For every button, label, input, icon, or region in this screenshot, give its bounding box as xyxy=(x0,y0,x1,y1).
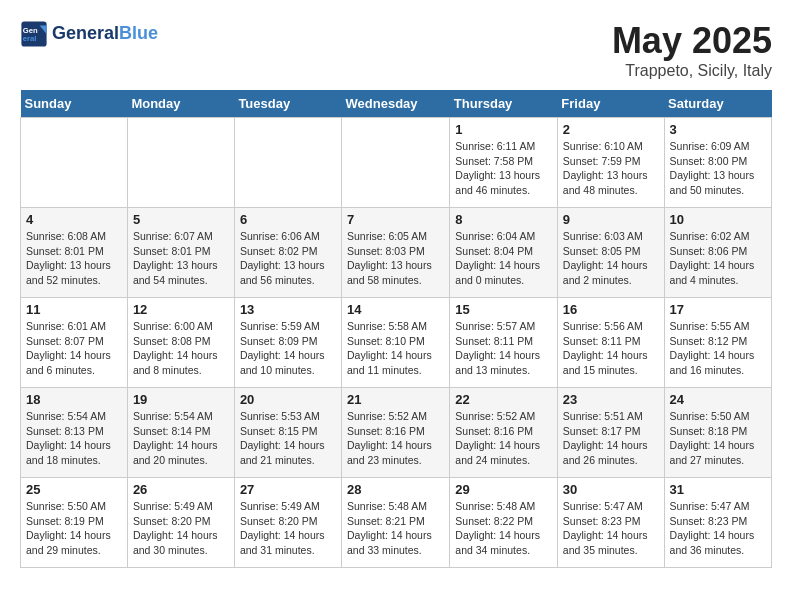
day-info: Sunrise: 5:54 AM Sunset: 8:14 PM Dayligh… xyxy=(133,409,229,468)
day-number: 17 xyxy=(670,302,766,317)
calendar-cell: 24Sunrise: 5:50 AM Sunset: 8:18 PM Dayli… xyxy=(664,388,771,478)
day-number: 24 xyxy=(670,392,766,407)
calendar-cell: 25Sunrise: 5:50 AM Sunset: 8:19 PM Dayli… xyxy=(21,478,128,568)
calendar-cell: 16Sunrise: 5:56 AM Sunset: 8:11 PM Dayli… xyxy=(557,298,664,388)
location-subtitle: Trappeto, Sicily, Italy xyxy=(612,62,772,80)
day-number: 27 xyxy=(240,482,336,497)
calendar-cell: 13Sunrise: 5:59 AM Sunset: 8:09 PM Dayli… xyxy=(234,298,341,388)
day-info: Sunrise: 6:06 AM Sunset: 8:02 PM Dayligh… xyxy=(240,229,336,288)
day-number: 22 xyxy=(455,392,552,407)
day-info: Sunrise: 5:47 AM Sunset: 8:23 PM Dayligh… xyxy=(563,499,659,558)
weekday-header: Saturday xyxy=(664,90,771,118)
svg-text:Gen: Gen xyxy=(23,26,38,35)
day-info: Sunrise: 5:49 AM Sunset: 8:20 PM Dayligh… xyxy=(240,499,336,558)
day-info: Sunrise: 6:04 AM Sunset: 8:04 PM Dayligh… xyxy=(455,229,552,288)
calendar-cell: 23Sunrise: 5:51 AM Sunset: 8:17 PM Dayli… xyxy=(557,388,664,478)
calendar-cell: 22Sunrise: 5:52 AM Sunset: 8:16 PM Dayli… xyxy=(450,388,558,478)
day-number: 3 xyxy=(670,122,766,137)
calendar-cell: 8Sunrise: 6:04 AM Sunset: 8:04 PM Daylig… xyxy=(450,208,558,298)
calendar-cell: 28Sunrise: 5:48 AM Sunset: 8:21 PM Dayli… xyxy=(342,478,450,568)
calendar-cell xyxy=(21,118,128,208)
calendar-cell: 5Sunrise: 6:07 AM Sunset: 8:01 PM Daylig… xyxy=(127,208,234,298)
calendar-cell xyxy=(342,118,450,208)
day-number: 11 xyxy=(26,302,122,317)
day-number: 30 xyxy=(563,482,659,497)
day-number: 10 xyxy=(670,212,766,227)
day-info: Sunrise: 6:00 AM Sunset: 8:08 PM Dayligh… xyxy=(133,319,229,378)
day-number: 15 xyxy=(455,302,552,317)
day-info: Sunrise: 6:02 AM Sunset: 8:06 PM Dayligh… xyxy=(670,229,766,288)
title-block: May 2025 Trappeto, Sicily, Italy xyxy=(612,20,772,80)
month-title: May 2025 xyxy=(612,20,772,62)
day-info: Sunrise: 6:05 AM Sunset: 8:03 PM Dayligh… xyxy=(347,229,444,288)
day-number: 31 xyxy=(670,482,766,497)
day-number: 6 xyxy=(240,212,336,227)
day-info: Sunrise: 5:49 AM Sunset: 8:20 PM Dayligh… xyxy=(133,499,229,558)
calendar-cell: 15Sunrise: 5:57 AM Sunset: 8:11 PM Dayli… xyxy=(450,298,558,388)
calendar-cell: 27Sunrise: 5:49 AM Sunset: 8:20 PM Dayli… xyxy=(234,478,341,568)
day-info: Sunrise: 6:09 AM Sunset: 8:00 PM Dayligh… xyxy=(670,139,766,198)
day-info: Sunrise: 5:58 AM Sunset: 8:10 PM Dayligh… xyxy=(347,319,444,378)
day-number: 21 xyxy=(347,392,444,407)
calendar-cell: 6Sunrise: 6:06 AM Sunset: 8:02 PM Daylig… xyxy=(234,208,341,298)
calendar-cell: 3Sunrise: 6:09 AM Sunset: 8:00 PM Daylig… xyxy=(664,118,771,208)
day-info: Sunrise: 5:48 AM Sunset: 8:22 PM Dayligh… xyxy=(455,499,552,558)
calendar-cell: 30Sunrise: 5:47 AM Sunset: 8:23 PM Dayli… xyxy=(557,478,664,568)
day-number: 7 xyxy=(347,212,444,227)
weekday-header: Friday xyxy=(557,90,664,118)
day-info: Sunrise: 6:07 AM Sunset: 8:01 PM Dayligh… xyxy=(133,229,229,288)
day-number: 25 xyxy=(26,482,122,497)
day-number: 8 xyxy=(455,212,552,227)
calendar-cell xyxy=(127,118,234,208)
day-number: 28 xyxy=(347,482,444,497)
day-info: Sunrise: 5:52 AM Sunset: 8:16 PM Dayligh… xyxy=(455,409,552,468)
calendar-cell: 17Sunrise: 5:55 AM Sunset: 8:12 PM Dayli… xyxy=(664,298,771,388)
day-info: Sunrise: 5:50 AM Sunset: 8:18 PM Dayligh… xyxy=(670,409,766,468)
day-info: Sunrise: 5:50 AM Sunset: 8:19 PM Dayligh… xyxy=(26,499,122,558)
calendar-cell: 29Sunrise: 5:48 AM Sunset: 8:22 PM Dayli… xyxy=(450,478,558,568)
day-number: 13 xyxy=(240,302,336,317)
day-number: 16 xyxy=(563,302,659,317)
day-number: 1 xyxy=(455,122,552,137)
day-info: Sunrise: 5:57 AM Sunset: 8:11 PM Dayligh… xyxy=(455,319,552,378)
day-info: Sunrise: 5:51 AM Sunset: 8:17 PM Dayligh… xyxy=(563,409,659,468)
day-info: Sunrise: 5:48 AM Sunset: 8:21 PM Dayligh… xyxy=(347,499,444,558)
calendar-cell: 19Sunrise: 5:54 AM Sunset: 8:14 PM Dayli… xyxy=(127,388,234,478)
calendar-cell: 14Sunrise: 5:58 AM Sunset: 8:10 PM Dayli… xyxy=(342,298,450,388)
day-number: 14 xyxy=(347,302,444,317)
calendar-cell: 4Sunrise: 6:08 AM Sunset: 8:01 PM Daylig… xyxy=(21,208,128,298)
day-number: 5 xyxy=(133,212,229,227)
day-info: Sunrise: 5:55 AM Sunset: 8:12 PM Dayligh… xyxy=(670,319,766,378)
day-info: Sunrise: 6:01 AM Sunset: 8:07 PM Dayligh… xyxy=(26,319,122,378)
day-info: Sunrise: 5:53 AM Sunset: 8:15 PM Dayligh… xyxy=(240,409,336,468)
day-info: Sunrise: 6:10 AM Sunset: 7:59 PM Dayligh… xyxy=(563,139,659,198)
calendar-cell: 10Sunrise: 6:02 AM Sunset: 8:06 PM Dayli… xyxy=(664,208,771,298)
calendar-cell: 20Sunrise: 5:53 AM Sunset: 8:15 PM Dayli… xyxy=(234,388,341,478)
day-number: 23 xyxy=(563,392,659,407)
calendar-cell: 31Sunrise: 5:47 AM Sunset: 8:23 PM Dayli… xyxy=(664,478,771,568)
weekday-header: Thursday xyxy=(450,90,558,118)
weekday-header: Sunday xyxy=(21,90,128,118)
day-number: 4 xyxy=(26,212,122,227)
calendar-cell: 18Sunrise: 5:54 AM Sunset: 8:13 PM Dayli… xyxy=(21,388,128,478)
svg-text:eral: eral xyxy=(23,34,37,43)
calendar-cell: 1Sunrise: 6:11 AM Sunset: 7:58 PM Daylig… xyxy=(450,118,558,208)
day-number: 19 xyxy=(133,392,229,407)
calendar-cell: 12Sunrise: 6:00 AM Sunset: 8:08 PM Dayli… xyxy=(127,298,234,388)
calendar-cell: 2Sunrise: 6:10 AM Sunset: 7:59 PM Daylig… xyxy=(557,118,664,208)
day-info: Sunrise: 6:08 AM Sunset: 8:01 PM Dayligh… xyxy=(26,229,122,288)
logo-icon: Gen eral xyxy=(20,20,48,48)
day-info: Sunrise: 6:11 AM Sunset: 7:58 PM Dayligh… xyxy=(455,139,552,198)
day-info: Sunrise: 5:59 AM Sunset: 8:09 PM Dayligh… xyxy=(240,319,336,378)
weekday-header: Wednesday xyxy=(342,90,450,118)
calendar-cell: 9Sunrise: 6:03 AM Sunset: 8:05 PM Daylig… xyxy=(557,208,664,298)
day-number: 20 xyxy=(240,392,336,407)
day-number: 26 xyxy=(133,482,229,497)
logo: Gen eral GeneralBlue xyxy=(20,20,158,48)
day-info: Sunrise: 6:03 AM Sunset: 8:05 PM Dayligh… xyxy=(563,229,659,288)
day-number: 9 xyxy=(563,212,659,227)
day-number: 12 xyxy=(133,302,229,317)
weekday-header: Tuesday xyxy=(234,90,341,118)
day-info: Sunrise: 5:52 AM Sunset: 8:16 PM Dayligh… xyxy=(347,409,444,468)
day-number: 2 xyxy=(563,122,659,137)
